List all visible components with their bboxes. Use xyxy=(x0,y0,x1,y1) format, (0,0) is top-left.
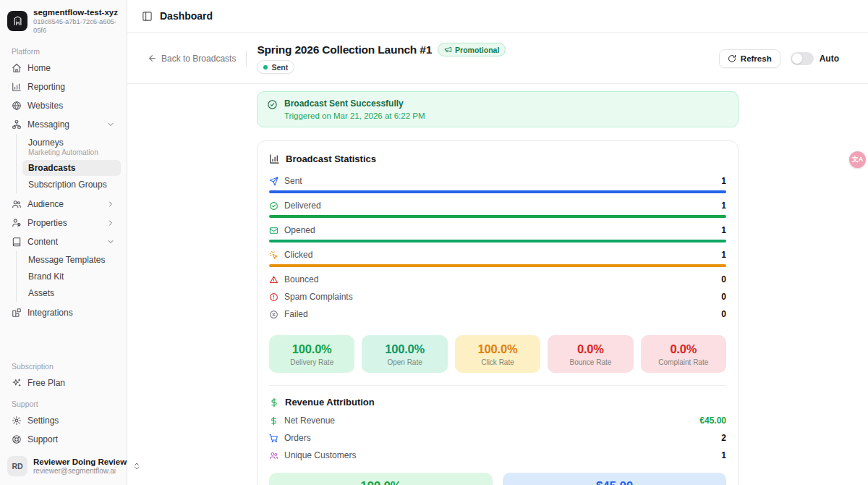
click-rate-card: 100.0% Click Rate xyxy=(455,335,540,373)
promotional-badge: Promotional xyxy=(438,43,506,56)
sidebar-item-journeys[interactable]: Journeys Marketing Automation xyxy=(22,135,121,159)
progress-bar-sent xyxy=(269,190,726,193)
workspace-id: 019c8545-a7b1-72c6-a605-05f6 xyxy=(33,17,119,34)
statistics-title: Broadcast Statistics xyxy=(286,153,376,164)
sidebar-item-reporting[interactable]: Reporting xyxy=(6,78,121,96)
auto-refresh-control: Auto xyxy=(791,52,839,65)
dollar-icon xyxy=(269,397,279,408)
conversion-rate-card: 100.0% Conversion Rate xyxy=(269,473,493,485)
app-root: segmentflow-test-xyz 019c8545-a7b1-72c6-… xyxy=(0,0,868,485)
send-icon xyxy=(269,177,278,186)
stat-row-opened: Opened 1 xyxy=(269,221,726,238)
success-banner: Broadcast Sent Successfully Triggered on… xyxy=(257,91,739,127)
main-area: Dashboard Back to Broadcasts Spring 2026… xyxy=(127,0,868,485)
panel-left-icon[interactable] xyxy=(142,11,153,22)
bar-chart-icon xyxy=(12,82,22,92)
sidebar-item-content[interactable]: Content xyxy=(6,233,121,250)
delivery-rate-card: 100.0% Delivery Rate xyxy=(269,335,354,373)
users-icon xyxy=(269,451,278,460)
chevron-right-icon xyxy=(106,219,115,227)
sidebar-item-subscription-groups[interactable]: Subscription Groups xyxy=(22,177,121,193)
user-cog-icon xyxy=(12,218,22,228)
banner-subtitle: Triggered on Mar 21, 2026 at 6:22 PM xyxy=(284,111,425,120)
blocks-icon xyxy=(12,308,22,318)
sidebar-item-home[interactable]: Home xyxy=(6,59,121,77)
sidebar-item-support[interactable]: Support xyxy=(6,431,121,448)
check-circle-icon xyxy=(269,201,278,211)
translate-icon: 文A xyxy=(852,155,864,164)
chevron-down-icon xyxy=(106,237,115,246)
revenue-row-net-revenue: Net Revenue €45.00 xyxy=(269,412,726,429)
sidebar-item-integrations[interactable]: Integrations xyxy=(6,304,121,321)
pointer-click-icon xyxy=(269,250,278,260)
divider xyxy=(246,51,247,67)
check-circle-icon xyxy=(267,99,278,120)
translate-float-button[interactable]: 文A xyxy=(849,151,866,168)
circle-x-icon xyxy=(269,310,278,319)
gear-icon xyxy=(12,416,22,426)
sidebar-item-assets[interactable]: Assets xyxy=(22,285,121,301)
revenue-title: Revenue Attribution xyxy=(285,397,375,408)
back-to-broadcasts-link[interactable]: Back to Broadcasts xyxy=(148,54,236,64)
revenue-attribution-header: Revenue Attribution xyxy=(269,397,726,408)
workspace-switcher[interactable]: segmentflow-test-xyz 019c8545-a7b1-72c6-… xyxy=(0,0,127,40)
banner-title: Broadcast Sent Successfully xyxy=(284,98,425,109)
content-subtree: Message Templates Brand Kit Assets xyxy=(16,251,121,302)
broadcast-statistics-card: Broadcast Statistics Sent 1 Delivered 1 xyxy=(257,140,739,485)
sidebar-item-free-plan[interactable]: Free Plan xyxy=(6,374,121,392)
content-scroll[interactable]: Broadcast Sent Successfully Triggered on… xyxy=(127,84,868,485)
refresh-button[interactable]: Refresh xyxy=(719,49,780,68)
sidebar-item-messaging[interactable]: Messaging xyxy=(6,116,121,133)
toggle-knob xyxy=(792,54,802,64)
status-dot-icon xyxy=(263,65,268,69)
sidebar-item-properties[interactable]: Properties xyxy=(6,214,121,232)
broadcast-header: Back to Broadcasts Spring 2026 Collectio… xyxy=(127,33,868,84)
page-title: Dashboard xyxy=(160,10,213,22)
workspace-logo-icon xyxy=(7,11,27,31)
network-icon xyxy=(12,119,22,130)
sidebar-item-brand-kit[interactable]: Brand Kit xyxy=(22,269,121,284)
sidebar: segmentflow-test-xyz 019c8545-a7b1-72c6-… xyxy=(0,0,127,485)
status-badge: Sent xyxy=(257,60,294,74)
sidebar-spacer xyxy=(0,322,127,355)
sidebar-item-settings[interactable]: Settings xyxy=(6,412,121,429)
topbar: Dashboard xyxy=(127,0,868,33)
progress-bar-delivered xyxy=(269,215,726,218)
broadcast-title-block: Spring 2026 Collection Launch #1 Promoti… xyxy=(257,43,506,74)
stat-row-clicked: Clicked 1 xyxy=(269,245,726,263)
user-email: reviewer@segmentflow.ai xyxy=(33,467,127,476)
sidebar-item-websites[interactable]: Websites xyxy=(6,97,121,114)
users-icon xyxy=(12,199,22,209)
auto-label: Auto xyxy=(820,54,839,64)
revenue-per-recipient-card: $45.00 Revenue / Recipient xyxy=(503,473,726,485)
revenue-row-unique-customers: Unique Customers 1 xyxy=(269,447,726,464)
sidebar-item-broadcasts[interactable]: Broadcasts xyxy=(22,160,121,176)
workspace-name: segmentflow-test-xyz xyxy=(33,7,119,17)
triangle-alert-icon xyxy=(269,275,278,284)
stat-row-delivered: Delivered 1 xyxy=(269,196,726,214)
refresh-icon xyxy=(728,54,736,63)
circle-alert-icon xyxy=(269,292,278,302)
book-icon xyxy=(12,237,22,247)
section-label-subscription: Subscription xyxy=(0,355,127,374)
user-name: Reviewer Doing Review xyxy=(33,457,127,467)
auto-toggle[interactable] xyxy=(791,52,814,65)
shopping-cart-icon xyxy=(269,434,278,443)
journeys-sublabel: Marketing Automation xyxy=(28,148,115,156)
progress-bar-clicked xyxy=(269,264,726,267)
sidebar-item-message-templates[interactable]: Message Templates xyxy=(22,252,121,268)
sidebar-item-audience[interactable]: Audience xyxy=(6,195,121,213)
user-menu[interactable]: RD Reviewer Doing Review reviewer@segmen… xyxy=(0,449,127,485)
life-buoy-icon xyxy=(12,434,22,444)
bounce-rate-card: 0.0% Bounce Rate xyxy=(548,335,633,373)
stat-row-spam-complaints: Spam Complaints 0 xyxy=(269,287,726,305)
revenue-cards: 100.0% Conversion Rate $45.00 Revenue / … xyxy=(269,473,726,485)
open-rate-card: 100.0% Open Rate xyxy=(362,335,447,373)
section-label-platform: Platform xyxy=(0,40,127,59)
revenue-row-orders: Orders 2 xyxy=(269,429,726,447)
dollar-icon xyxy=(269,416,278,426)
avatar: RD xyxy=(7,456,27,476)
rate-cards: 100.0% Delivery Rate 100.0% Open Rate 10… xyxy=(269,335,726,373)
chevron-down-icon xyxy=(106,120,115,129)
stat-row-bounced: Bounced 0 xyxy=(269,270,726,287)
